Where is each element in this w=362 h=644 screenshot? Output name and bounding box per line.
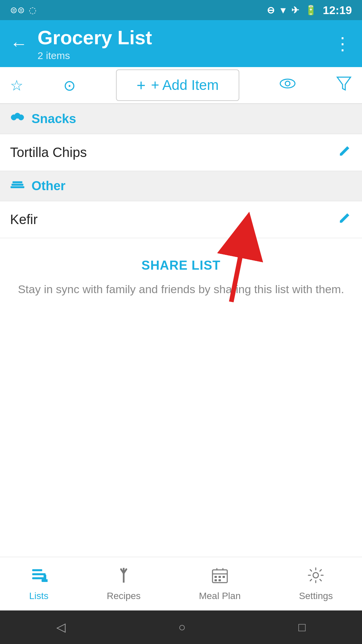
other-title: Other (32, 179, 65, 193)
recipes-icon (115, 567, 132, 588)
svg-rect-12 (32, 573, 46, 575)
svg-point-1 (285, 81, 290, 86)
tortilla-chips-label: Tortilla Chips (10, 145, 87, 160)
share-list-title: SHARE LIST (13, 258, 349, 273)
settings-label: Settings (299, 591, 333, 601)
kefir-item: Kefir (0, 201, 362, 238)
more-menu-button[interactable]: ⋮ (334, 34, 352, 54)
recent-nav-button[interactable]: □ (298, 620, 306, 634)
app-bar-title-block: Grocery List 2 items (38, 26, 334, 61)
svg-point-0 (280, 79, 295, 88)
kefir-label: Kefir (10, 212, 38, 227)
lists-icon (30, 567, 48, 588)
view-button[interactable] (280, 77, 296, 94)
svg-point-5 (18, 114, 24, 120)
minus-circle-icon: ⊖ (267, 5, 275, 16)
airplane-icon: ✈ (291, 5, 299, 16)
status-time: 12:19 (323, 4, 352, 17)
app-bar: ← Grocery List 2 items ⋮ (0, 20, 362, 67)
svg-rect-26 (215, 579, 217, 581)
toolbar: ☆ ⊙ + + Add Item (0, 67, 362, 104)
share-list-description: Stay in sync with family and friends by … (13, 281, 349, 298)
tortilla-chips-edit-button[interactable] (337, 144, 352, 162)
lists-label: Lists (29, 591, 49, 601)
battery-icon: 🔋 (305, 5, 317, 16)
other-icon (10, 178, 25, 194)
svg-rect-23 (215, 576, 217, 578)
svg-rect-24 (219, 576, 221, 578)
svg-marker-2 (337, 77, 351, 90)
meal-plan-label: Meal Plan (199, 591, 241, 601)
svg-rect-13 (32, 577, 44, 579)
recipes-label: Recipes (107, 591, 140, 601)
svg-rect-25 (223, 576, 225, 578)
svg-rect-15 (42, 579, 48, 582)
settings-icon (307, 567, 324, 588)
snacks-title: Snacks (32, 112, 76, 126)
filter-button[interactable] (336, 76, 352, 95)
back-nav-button[interactable]: ◁ (56, 620, 66, 634)
wifi-icon: ▾ (281, 5, 285, 16)
loading-icon: ◌ (29, 5, 37, 15)
nav-meal-plan[interactable]: Meal Plan (199, 567, 241, 601)
nav-lists[interactable]: Lists (29, 567, 49, 601)
plus-icon: + (137, 76, 146, 94)
svg-rect-7 (11, 184, 23, 186)
tortilla-chips-item: Tortilla Chips (0, 134, 362, 171)
svg-rect-6 (10, 186, 24, 188)
status-bar: ⊜⊜ ◌ ⊖ ▾ ✈ 🔋 12:19 (0, 0, 362, 20)
status-left-icons: ⊜⊜ ◌ (10, 5, 37, 15)
share-list-section: SHARE LIST Stay in sync with family and … (0, 238, 362, 318)
android-nav-bar: ◁ ○ □ (0, 610, 362, 644)
status-right-icons: ⊖ ▾ ✈ 🔋 12:19 (267, 4, 352, 17)
favorites-button[interactable]: ☆ (10, 77, 23, 94)
snacks-section-header: Snacks (0, 104, 362, 134)
other-section-header: Other (0, 171, 362, 201)
back-button[interactable]: ← (10, 34, 27, 54)
meal-plan-icon (211, 567, 229, 588)
voicemail-icon: ⊜⊜ (10, 5, 25, 15)
nav-settings[interactable]: Settings (299, 567, 333, 601)
add-item-label: + Add Item (151, 77, 219, 93)
svg-rect-11 (32, 569, 42, 571)
kefir-edit-button[interactable] (337, 211, 352, 229)
svg-point-28 (313, 573, 318, 578)
add-item-button[interactable]: + + Add Item (116, 69, 240, 101)
page-title: Grocery List (38, 26, 334, 49)
svg-rect-27 (219, 579, 221, 581)
item-count: 2 items (38, 50, 334, 61)
nav-recipes[interactable]: Recipes (107, 567, 140, 601)
bottom-nav: Lists Recipes Me (0, 557, 362, 610)
snacks-icon (10, 111, 25, 126)
home-nav-button[interactable]: ○ (178, 620, 186, 634)
svg-rect-8 (12, 181, 22, 183)
history-button[interactable]: ⊙ (63, 77, 76, 94)
